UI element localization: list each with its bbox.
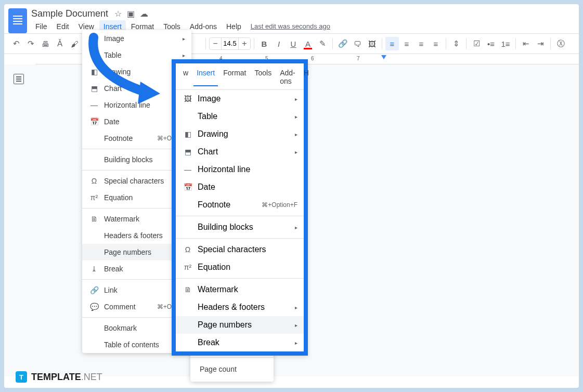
text-color-icon[interactable]: A — [301, 37, 315, 50]
menu-item-date[interactable]: 📅Date — [176, 178, 304, 196]
watermark-icon: 🗎 — [88, 215, 100, 223]
menu-item-chart[interactable]: ⬒Chart▸ — [176, 143, 304, 161]
callout-menu-format[interactable]: Format — [220, 68, 249, 86]
indent-decrease-icon[interactable]: ⇤ — [519, 37, 533, 50]
separator — [446, 38, 446, 49]
italic-icon[interactable]: I — [272, 37, 286, 50]
menu-item-footnote[interactable]: Footnote⌘+Option+F — [176, 196, 304, 214]
separator — [254, 38, 254, 49]
align-right-icon[interactable]: ≡ — [414, 37, 428, 50]
ruler-right-marker[interactable] — [381, 55, 386, 59]
drawing-icon: ◧ — [182, 130, 193, 138]
menu-item-label: Building blocks — [104, 155, 183, 164]
star-icon[interactable]: ☆ — [114, 9, 122, 19]
checklist-icon[interactable]: ☑ — [470, 37, 483, 50]
font-increase-icon[interactable]: + — [239, 39, 250, 48]
menu-item-headers-footers[interactable]: Headers & footers▸ — [176, 298, 304, 316]
menu-item-drawing[interactable]: ◧Drawing▸ — [176, 125, 304, 143]
font-size-control[interactable]: − 14.5 + — [209, 37, 251, 50]
align-left-icon[interactable]: ≡ — [385, 37, 399, 50]
separator — [466, 38, 467, 49]
spellcheck-icon[interactable]: Ǎ — [53, 37, 67, 50]
menu-item-table[interactable]: Table▸ — [176, 108, 304, 125]
menu-item-horizontal-line[interactable]: ―Horizontal line — [176, 161, 304, 178]
chevron-right-icon: ▸ — [295, 114, 297, 120]
divider — [190, 357, 274, 358]
menu-item-building-blocks[interactable]: Building blocks▸ — [176, 218, 304, 236]
link-icon: 🔗 — [88, 286, 100, 294]
page-count-item[interactable]: Page count — [190, 360, 274, 378]
callout-menu-h[interactable]: H — [301, 68, 312, 86]
chevron-right-icon: ▸ — [295, 149, 297, 155]
menu-item-image[interactable]: 🖼Image▸ — [176, 90, 304, 108]
separator — [550, 38, 551, 49]
comment-icon: 💬 — [88, 303, 100, 311]
date-icon: 📅 — [182, 183, 193, 191]
paint-format-icon[interactable]: 🖌 — [68, 37, 81, 50]
special-characters-icon: Ω — [88, 177, 100, 185]
separator — [332, 38, 333, 49]
chart-icon: ⬒ — [182, 148, 193, 156]
print-icon[interactable]: 🖶 — [38, 37, 52, 50]
font-size-value[interactable]: 14.5 — [221, 38, 239, 49]
menu-item-label: Building blocks — [198, 223, 295, 232]
callout-menu-add-ons[interactable]: Add-ons — [277, 68, 299, 86]
bold-icon[interactable]: B — [257, 37, 271, 50]
special-characters-icon: Ω — [182, 245, 193, 254]
doc-title[interactable]: Sample Document — [31, 8, 108, 19]
menu-item-page-numbers[interactable]: Page numbers▸ — [176, 316, 304, 334]
cloud-icon[interactable]: ☁ — [140, 9, 148, 19]
docs-logo[interactable] — [8, 8, 27, 33]
menu-edit[interactable]: Edit — [53, 20, 73, 33]
menu-item-break[interactable]: Break▸ — [176, 334, 304, 351]
indent-increase-icon[interactable]: ⇥ — [534, 37, 547, 50]
outline-icon[interactable] — [14, 74, 24, 84]
redo-icon[interactable]: ↷ — [24, 37, 37, 50]
numbered-list-icon[interactable]: 1≡ — [499, 37, 512, 50]
menu-help[interactable]: Help — [222, 20, 245, 33]
brand-text: TEMPLATE — [31, 372, 81, 382]
image-icon: 🖼 — [182, 95, 193, 103]
undo-icon[interactable]: ↶ — [9, 37, 23, 50]
chart-icon: ⬒ — [88, 84, 100, 93]
callout-menu-insert[interactable]: Insert — [193, 68, 218, 86]
menu-item-label: Date — [198, 182, 297, 192]
link-icon[interactable]: 🔗 — [336, 37, 349, 50]
menu-item-label: Chart — [198, 147, 295, 156]
menu-item-label: Table of contents — [104, 341, 183, 349]
callout-menubar: wInsertFormatToolsAdd-onsH — [176, 63, 304, 90]
highlight-icon[interactable]: ✎ — [316, 37, 329, 50]
menu-item-label: Horizontal line — [198, 165, 297, 174]
image-insert-icon[interactable]: 🖼 — [365, 37, 379, 50]
comment-icon[interactable]: 🗨 — [351, 37, 364, 50]
menu-item-label: Image — [104, 34, 183, 43]
callout-menu-tools[interactable]: Tools — [251, 68, 275, 86]
last-edit[interactable]: Last edit was seconds ago — [251, 20, 330, 33]
align-justify-icon[interactable]: ≡ — [429, 37, 443, 50]
chevron-right-icon: ▸ — [183, 36, 185, 42]
move-icon[interactable]: ▣ — [127, 9, 135, 19]
line-spacing-icon[interactable]: ⇕ — [449, 37, 463, 50]
clear-formatting-icon[interactable]: Ⓧ — [554, 37, 567, 50]
bullet-list-icon[interactable]: •≡ — [484, 37, 498, 50]
equation-icon: π² — [182, 263, 193, 271]
menu-file[interactable]: File — [31, 20, 51, 33]
chevron-right-icon: ▸ — [295, 340, 297, 346]
chevron-right-icon: ▸ — [295, 225, 297, 230]
align-center-icon[interactable]: ≡ — [400, 37, 413, 50]
menu-item-special-characters[interactable]: ΩSpecial characters — [176, 241, 304, 258]
font-decrease-icon[interactable]: − — [210, 39, 221, 48]
menu-item-image[interactable]: 🖼Image▸ — [82, 30, 191, 47]
drawing-icon: ◧ — [88, 68, 100, 76]
menu-item-label: Table — [198, 112, 295, 121]
menu-item-watermark[interactable]: 🗎Watermark — [176, 281, 304, 298]
menu-item-label: Break — [198, 338, 295, 347]
divider — [176, 216, 304, 216]
callout-menu-w[interactable]: w — [180, 68, 191, 86]
divider — [176, 278, 304, 279]
horizontal-line-icon: ― — [182, 165, 193, 174]
menu-item-label: Special characters — [198, 245, 297, 254]
menu-item-equation[interactable]: π²Equation — [176, 258, 304, 276]
underline-icon[interactable]: U — [287, 37, 300, 50]
separator — [515, 38, 516, 49]
